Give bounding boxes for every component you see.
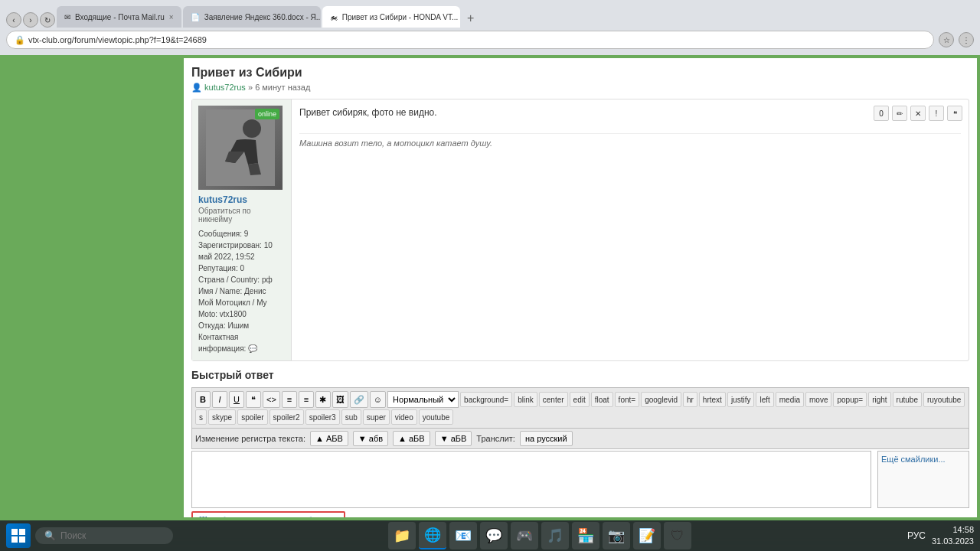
taskbar-app-notes[interactable]: 📝	[633, 522, 661, 549]
post-delete-btn[interactable]: ✕	[910, 106, 926, 121]
tag-skype[interactable]: skype	[208, 409, 236, 425]
svg-point-1	[243, 119, 261, 138]
tag-float[interactable]: float	[591, 392, 613, 407]
new-tab-button[interactable]: +	[462, 9, 480, 28]
tag-spoiler2[interactable]: spoiler2	[270, 409, 304, 425]
translit-button[interactable]: на русский	[520, 431, 573, 446]
main-wrapper: Привет из Сибири 👤 kutus72rus » 6 минут …	[0, 55, 980, 520]
taskbar-search-box[interactable]: 🔍	[35, 527, 173, 544]
user-name[interactable]: kutus72rus	[198, 194, 285, 205]
add-image-button[interactable]: 🖼 Добавить картинку в сообщение	[191, 511, 345, 517]
tag-left[interactable]: left	[756, 392, 773, 407]
reg-btn-abc-down[interactable]: ▼ абв	[353, 431, 388, 446]
user-moto: Мой Мотоцикл / My Moto: vtx1800	[198, 297, 285, 320]
list-special-button[interactable]: ✱	[315, 391, 331, 408]
post-time-separator: »	[248, 83, 255, 92]
tag-rutube[interactable]: rutube	[893, 392, 922, 407]
post-author-icon: 👤	[191, 83, 202, 92]
list-ordered-button[interactable]: ≡	[299, 391, 314, 408]
address-bar[interactable]: 🔒 vtx-club.org/forum/viewtopic.php?f=19&…	[6, 31, 934, 49]
tab-forum[interactable]: 🏍 Привет из Сибири - HONDA VT... ×	[322, 6, 460, 28]
settings-button[interactable]: ⋮	[959, 32, 974, 47]
reload-button[interactable]: ↻	[40, 12, 55, 28]
taskbar-date: 31.03.2023	[932, 536, 974, 547]
content-area: Привет из Сибири 👤 kutus72rus » 6 минут …	[184, 58, 977, 517]
quick-reply-section: Быстрый ответ B I U ❝ <> ≡ ≡ ✱ 🖼 🔗 ☺ Нор…	[191, 369, 969, 517]
reply-textarea[interactable]	[191, 451, 871, 508]
taskbar-app-photos[interactable]: 📷	[603, 522, 630, 549]
tag-center[interactable]: center	[539, 392, 568, 407]
tag-background[interactable]: background=	[460, 392, 512, 407]
forward-button[interactable]: ›	[23, 12, 38, 28]
bookmark-button[interactable]: ☆	[939, 32, 954, 47]
tag-media[interactable]: media	[776, 392, 804, 407]
code-button[interactable]: <>	[263, 391, 280, 408]
tag-googlevid[interactable]: googlevid	[641, 392, 681, 407]
tab-mail-close[interactable]: ×	[169, 13, 174, 21]
user-info: Сообщения: 9 Зарегистрирован: 10 май 202…	[198, 228, 285, 354]
taskbar-app-browser[interactable]: 🌐	[419, 522, 446, 549]
underline-button[interactable]: U	[229, 391, 244, 408]
tag-super[interactable]: super	[363, 409, 390, 425]
italic-button[interactable]: I	[212, 391, 227, 408]
post-number-btn: 0	[874, 106, 889, 121]
tag-ruyoutube[interactable]: ruyoutube	[923, 392, 965, 407]
reg-btn-abc-up[interactable]: ▲ АБВ	[310, 431, 348, 446]
font-select[interactable]: Нормальный	[387, 391, 459, 408]
taskbar-app-chat[interactable]: 💬	[480, 522, 508, 549]
taskbar-app-kaspersky[interactable]: 🛡	[664, 522, 691, 549]
link-button[interactable]: 🔗	[350, 391, 368, 408]
tab-mail-icon: ✉	[64, 13, 70, 21]
tag-spoiler[interactable]: spoiler	[237, 409, 267, 425]
tag-justify[interactable]: justify	[727, 392, 755, 407]
tag-blink[interactable]: blink	[514, 392, 537, 407]
user-sidebar: online kutus72rus Обратиться по никнейму…	[192, 99, 292, 360]
svg-rect-3	[19, 529, 25, 535]
taskbar-app-mail[interactable]: 📧	[449, 522, 477, 549]
tag-edit[interactable]: edit	[570, 392, 590, 407]
tag-move[interactable]: move	[805, 392, 831, 407]
taskbar-app-games[interactable]: 🎮	[511, 522, 538, 549]
post-actions: 0 ✏ ✕ ! ❝	[874, 106, 962, 121]
tag-youtube[interactable]: youtube	[419, 409, 454, 425]
browser-chrome: ‹ › ↻ ✉ Входящие - Почта Mail.ru × 📄 Зая…	[0, 0, 980, 55]
user-reputation: Репутация: 0	[198, 262, 285, 274]
tab-forum-icon: 🏍	[330, 13, 338, 21]
list-unordered-button[interactable]: ≡	[282, 391, 297, 408]
add-image-row: 🖼 Добавить картинку в сообщение	[191, 511, 969, 517]
tag-right[interactable]: right	[868, 392, 890, 407]
taskbar: 🔍 📁 🌐 📧 💬 🎮 🎵 🏪 📷 📝 🛡 РУС 14:58 31.03.20…	[0, 520, 980, 551]
back-button[interactable]: ‹	[6, 12, 21, 28]
smilie-button[interactable]: ☺	[370, 391, 386, 408]
taskbar-search-icon: 🔍	[44, 530, 56, 541]
taskbar-app-store[interactable]: 🏪	[572, 522, 599, 549]
post-quote-btn[interactable]: ❝	[947, 106, 962, 121]
tab-mail[interactable]: ✉ Входящие - Почта Mail.ru ×	[57, 6, 181, 28]
start-button[interactable]	[6, 523, 31, 548]
tag-video[interactable]: video	[391, 409, 417, 425]
reg-btn-abc-mixed2[interactable]: ▼ аБВ	[435, 431, 472, 446]
register-label: Изменение регистра текста:	[195, 434, 305, 443]
post-author-link[interactable]: kutus72rus	[204, 83, 246, 92]
image-button[interactable]: 🖼	[332, 391, 348, 408]
smilies-panel: Ещё смайлики...	[877, 451, 969, 508]
taskbar-search-input[interactable]	[60, 530, 152, 541]
taskbar-app-files[interactable]: 📁	[388, 522, 416, 549]
user-avatar-container: online	[198, 106, 283, 190]
user-title: Обратиться по никнейму	[198, 207, 285, 223]
tag-hrtext[interactable]: hrtext	[699, 392, 726, 407]
tag-s[interactable]: s	[195, 409, 207, 425]
quote-button[interactable]: ❝	[246, 391, 261, 408]
reg-btn-abc-mixed1[interactable]: ▲ аБВ	[393, 431, 430, 446]
tab-docs[interactable]: 📄 Заявление Яндекс 360.docx - Я... ×	[183, 6, 321, 28]
tag-hr[interactable]: hr	[683, 392, 697, 407]
tag-font[interactable]: font=	[615, 392, 640, 407]
smilies-more-link[interactable]: Ещё смайлики...	[881, 455, 946, 464]
post-report-btn[interactable]: !	[929, 106, 944, 121]
tag-sub[interactable]: sub	[341, 409, 361, 425]
tag-popup[interactable]: popup=	[833, 392, 867, 407]
post-edit-btn[interactable]: ✏	[892, 106, 907, 121]
taskbar-app-media[interactable]: 🎵	[541, 522, 569, 549]
bold-button[interactable]: B	[195, 391, 211, 408]
tag-spoiler3[interactable]: spoiler3	[305, 409, 340, 425]
